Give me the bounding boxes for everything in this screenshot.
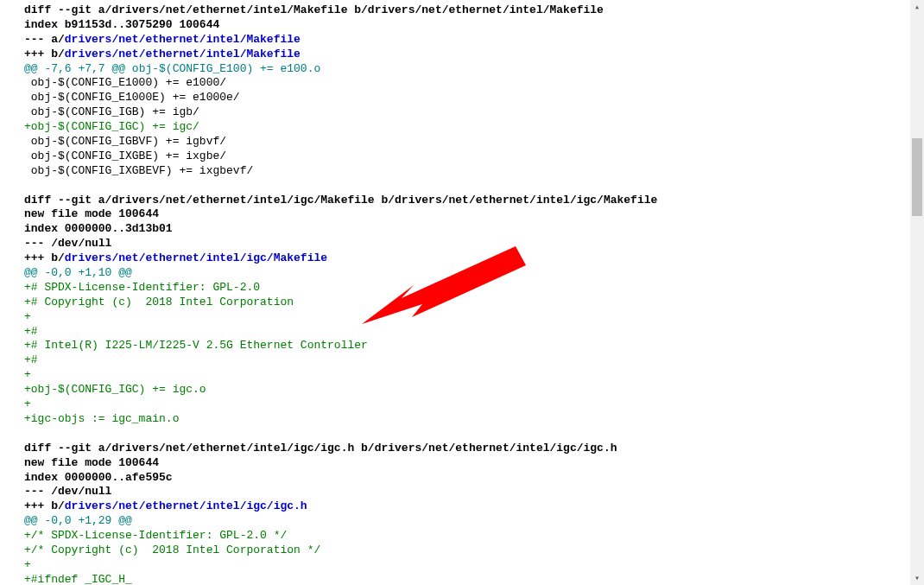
diff-line-prefix: +++ b/: [24, 48, 65, 60]
diff-line: --- /dev/null: [24, 237, 924, 251]
viewport: diff --git a/drivers/net/ethernet/intel/…: [0, 0, 924, 585]
section-gap: [24, 427, 924, 442]
diff-line: +: [24, 397, 924, 412]
diff-line: diff --git a/drivers/net/ethernet/intel/…: [24, 442, 924, 456]
file-path-link[interactable]: drivers/net/ethernet/intel/Makefile: [65, 48, 301, 60]
scrollbar-track[interactable]: ▴ ▾: [910, 0, 924, 585]
diff-line: +/* Copyright (c) 2018 Intel Corporation…: [24, 544, 924, 558]
diff-line: +obj-$(CONFIG_IGC) += igc.o: [24, 383, 924, 397]
diff-line: diff --git a/drivers/net/ethernet/intel/…: [24, 3, 924, 18]
diff-line: @@ -0,0 +1,29 @@: [24, 514, 924, 529]
diff-line: +igc-objs := igc_main.o: [24, 412, 924, 427]
diff-line-prefix: --- a/: [24, 33, 65, 46]
scrollbar-arrow-up[interactable]: ▴: [910, 0, 924, 14]
diff-line: index b91153d..3075290 100644: [24, 18, 924, 33]
diff-line-prefix: +++ b/: [24, 499, 65, 512]
diff-line: +++ b/drivers/net/ethernet/intel/Makefil…: [24, 48, 924, 62]
diff-line: +#: [24, 353, 924, 368]
diff-line: +: [24, 310, 924, 325]
diff-line: new file mode 100644: [24, 456, 924, 471]
diff-line: +: [24, 368, 924, 383]
diff-line: diff --git a/drivers/net/ethernet/intel/…: [24, 194, 924, 208]
scrollbar-thumb[interactable]: [912, 138, 922, 216]
file-path-link[interactable]: drivers/net/ethernet/intel/igc/igc.h: [65, 499, 307, 512]
diff-line: +obj-$(CONFIG_IGC) += igc/: [24, 120, 924, 135]
diff-line: new file mode 100644: [24, 207, 924, 222]
diff-line: obj-$(CONFIG_IXGBEVF) += ixgbevf/: [24, 164, 924, 179]
file-path-link[interactable]: drivers/net/ethernet/intel/igc/Makefile: [65, 251, 327, 264]
diff-line: +# Copyright (c) 2018 Intel Corporation: [24, 296, 924, 310]
diff-line-prefix: +++ b/: [24, 251, 65, 264]
section-gap: [24, 179, 924, 194]
diff-line: obj-$(CONFIG_E1000) += e1000/: [24, 76, 924, 91]
diff-content: diff --git a/drivers/net/ethernet/intel/…: [0, 0, 924, 585]
diff-line: +# Intel(R) I225-LM/I225-V 2.5G Ethernet…: [24, 339, 924, 353]
chevron-up-icon: ▴: [915, 2, 920, 13]
hunk-header: @@ -7,6 +7,7 @@: [24, 62, 125, 75]
diff-line: index 0000000..afe595c: [24, 471, 924, 486]
diff-line: obj-$(CONFIG_IGBVF) += igbvf/: [24, 135, 924, 149]
diff-line: @@ -0,0 +1,10 @@: [24, 266, 924, 281]
diff-line: --- a/drivers/net/ethernet/intel/Makefil…: [24, 33, 924, 48]
diff-line: +: [24, 558, 924, 573]
diff-line: obj-$(CONFIG_IGB) += igb/: [24, 105, 924, 120]
diff-line: --- /dev/null: [24, 485, 924, 499]
chevron-down-icon: ▾: [915, 573, 920, 584]
diff-line: obj-$(CONFIG_E1000E) += e1000e/: [24, 91, 924, 105]
diff-line: +#: [24, 325, 924, 340]
scrollbar-arrow-down[interactable]: ▾: [910, 571, 924, 585]
diff-line: +++ b/drivers/net/ethernet/intel/igc/igc…: [24, 499, 924, 514]
diff-line: +#ifndef _IGC_H_: [24, 573, 924, 585]
diff-line: obj-$(CONFIG_IXGBE) += ixgbe/: [24, 149, 924, 164]
file-path-link[interactable]: drivers/net/ethernet/intel/Makefile: [65, 33, 301, 46]
hunk-context: obj-$(CONFIG_E100) += e100.o: [125, 62, 320, 75]
diff-line: +++ b/drivers/net/ethernet/intel/igc/Mak…: [24, 251, 924, 266]
diff-line: +# SPDX-License-Identifier: GPL-2.0: [24, 281, 924, 296]
diff-line: +/* SPDX-License-Identifier: GPL-2.0 */: [24, 529, 924, 544]
diff-line: @@ -7,6 +7,7 @@ obj-$(CONFIG_E100) += e1…: [24, 62, 924, 77]
diff-line: index 0000000..3d13b01: [24, 222, 924, 237]
